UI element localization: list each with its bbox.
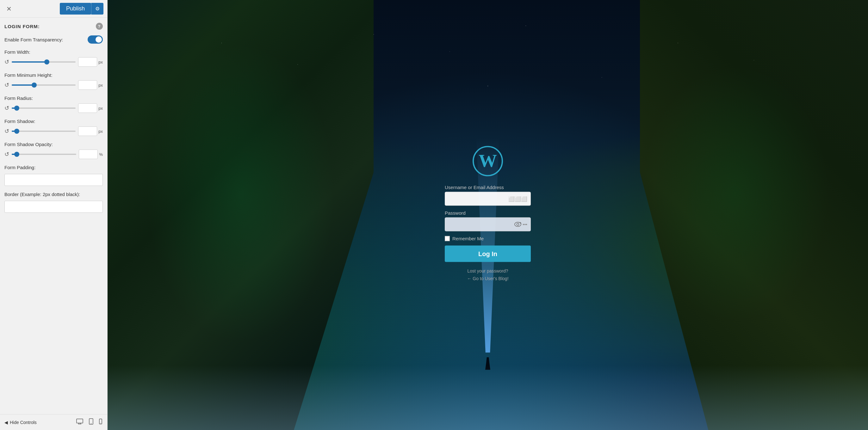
form-shadow-opacity-input-group: 0 %: [79, 150, 103, 159]
mobile-view-button[interactable]: [98, 418, 103, 427]
border-input[interactable]: [4, 201, 103, 213]
close-button[interactable]: ✕: [4, 4, 14, 14]
form-radius-row: Form Radius: ↺ 0 px: [4, 96, 103, 113]
form-radius-slider-row: ↺ 0 px: [4, 103, 103, 113]
hide-controls-label: Hide Controls: [10, 420, 37, 425]
form-shadow-opacity-slider-row: ↺ 0 %: [4, 150, 103, 159]
form-shadow-input[interactable]: 0: [78, 127, 97, 136]
hide-controls-button[interactable]: ◀ Hide Controls: [4, 420, 37, 425]
border-label: Border (Example: 2px dotted black):: [4, 192, 103, 197]
goto-blog-link[interactable]: ← Go to User's Blog!: [467, 276, 508, 281]
device-icons: [75, 418, 103, 427]
login-form-container: W Username or Email Address ⬜⬜⬜ Password…: [437, 145, 538, 285]
password-input-icon: •••: [514, 222, 527, 227]
password-input[interactable]: •••: [445, 218, 531, 231]
svg-text:W: W: [478, 151, 497, 171]
desktop-view-button[interactable]: [75, 418, 84, 427]
username-input[interactable]: ⬜⬜⬜: [445, 192, 531, 206]
publish-button[interactable]: Publish: [60, 3, 91, 14]
form-shadow-slider-row: ↺ 0 px: [4, 127, 103, 136]
form-min-height-input-group: 200 px: [78, 80, 103, 90]
form-transparency-row: Enable Form Transparency:: [4, 35, 103, 44]
form-width-row: Form Width: ↺ 350 px: [4, 49, 103, 67]
publish-group: Publish ⚙: [60, 3, 103, 14]
username-input-icon: ⬜⬜⬜: [508, 196, 527, 202]
form-shadow-opacity-reset[interactable]: ↺: [4, 152, 9, 157]
form-min-height-input[interactable]: 200: [78, 80, 97, 90]
hide-icon: ◀: [4, 420, 8, 425]
form-min-height-slider-row: ↺ 200 px: [4, 80, 103, 90]
form-padding-label: Form Padding:: [4, 165, 103, 170]
controls-area: LOGIN FORM: ? Enable Form Transparency: …: [0, 18, 107, 414]
password-label: Password: [445, 210, 531, 216]
form-radius-unit: px: [98, 106, 103, 111]
form-radius-input-group: 0 px: [78, 103, 103, 113]
remember-me-checkbox[interactable]: [445, 236, 450, 241]
form-shadow-row: Form Shadow: ↺ 0 px: [4, 119, 103, 136]
form-radius-input[interactable]: 0: [78, 103, 97, 113]
form-transparency-label: Enable Form Transparency:: [4, 35, 103, 44]
svg-point-10: [515, 222, 521, 227]
form-min-height-label: Form Minimum Height:: [4, 72, 103, 78]
help-icon[interactable]: ?: [96, 23, 103, 30]
transparency-toggle[interactable]: [88, 35, 103, 44]
form-width-slider-row: ↺ 350 px: [4, 57, 103, 67]
form-padding-input[interactable]: 0 24px 12px: [4, 174, 103, 186]
form-min-height-row: Form Minimum Height: ↺ 200 px: [4, 72, 103, 90]
svg-point-7: [100, 423, 101, 424]
form-width-reset[interactable]: ↺: [4, 59, 9, 65]
form-shadow-reset[interactable]: ↺: [4, 128, 9, 134]
wp-logo: W: [472, 145, 504, 185]
form-shadow-opacity-track[interactable]: [12, 154, 76, 155]
remember-me-label: Remember Me: [452, 236, 484, 241]
left-panel: ✕ Publish ⚙ LOGIN FORM: ? Enable Form Tr…: [0, 0, 107, 430]
top-bar: ✕ Publish ⚙: [0, 0, 107, 18]
form-min-height-reset[interactable]: ↺: [4, 82, 9, 88]
form-padding-row: Form Padding: 0 24px 12px: [4, 165, 103, 186]
preview-area: W Username or Email Address ⬜⬜⬜ Password…: [107, 0, 868, 430]
form-radius-track[interactable]: [12, 107, 75, 109]
form-shadow-opacity-input[interactable]: 0: [79, 150, 98, 159]
publish-settings-button[interactable]: ⚙: [91, 3, 103, 14]
svg-rect-0: [76, 419, 83, 423]
form-shadow-label: Form Shadow:: [4, 119, 103, 124]
form-radius-reset[interactable]: ↺: [4, 105, 9, 111]
remember-me-row: Remember Me: [445, 236, 531, 241]
snow-bottom: [107, 365, 868, 430]
form-shadow-track[interactable]: [12, 131, 75, 132]
form-radius-label: Form Radius:: [4, 96, 103, 101]
border-row: Border (Example: 2px dotted black):: [4, 192, 103, 213]
tablet-view-button[interactable]: [88, 418, 94, 427]
form-shadow-input-group: 0 px: [78, 127, 103, 136]
form-min-height-unit: px: [98, 83, 103, 88]
lost-password-link[interactable]: Lost your password?: [467, 268, 508, 273]
svg-point-11: [517, 223, 519, 225]
form-width-input-group: 350 px: [78, 57, 103, 67]
section-title: LOGIN FORM: ?: [4, 23, 103, 30]
form-shadow-opacity-label: Form Shadow Opacity:: [4, 142, 103, 147]
form-width-unit: px: [98, 60, 103, 65]
form-shadow-unit: px: [98, 129, 103, 134]
username-label: Username or Email Address: [445, 185, 531, 190]
form-width-label: Form Width:: [4, 49, 103, 55]
form-shadow-opacity-unit: %: [99, 152, 103, 157]
bottom-bar: ◀ Hide Controls: [0, 414, 107, 430]
login-button[interactable]: Log In: [445, 246, 531, 262]
form-width-input[interactable]: 350: [78, 57, 97, 67]
form-min-height-track[interactable]: [12, 85, 75, 86]
form-shadow-opacity-row: Form Shadow Opacity: ↺ 0 %: [4, 142, 103, 159]
svg-point-5: [91, 423, 91, 424]
form-width-track[interactable]: [12, 61, 75, 63]
